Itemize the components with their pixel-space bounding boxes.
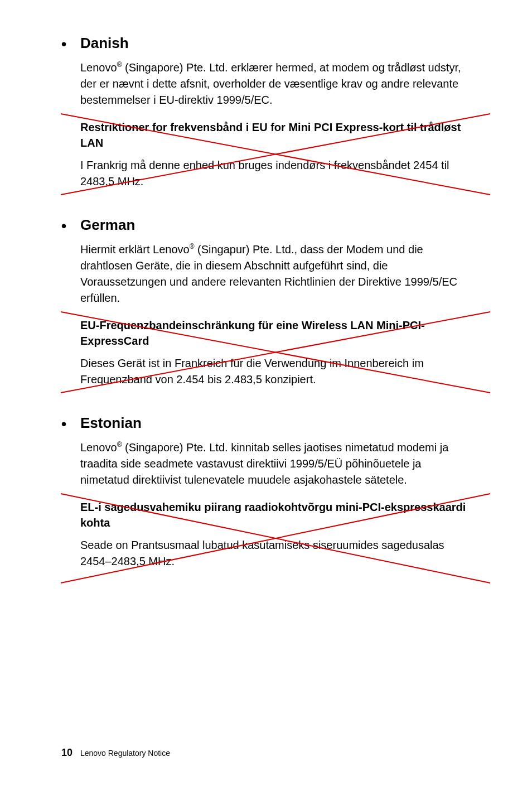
subheading-danish: Restriktioner for frekvensbånd i EU for … xyxy=(80,119,471,151)
intro-german: Hiermit erklärt Lenovo® (Singapur) Pte. … xyxy=(80,242,471,306)
bullet-icon: • xyxy=(61,219,80,233)
subheading-estonian: EL-i sagedusvahemiku piirang raadiokohtv… xyxy=(80,499,471,531)
subheading-german: EU-Frequenzbandeinschränkung für eine Wi… xyxy=(80,317,471,349)
subpara-estonian: Seade on Prantsusmaal lubatud kasutamise… xyxy=(80,537,471,570)
heading-danish: Danish xyxy=(80,35,129,52)
bullet-icon: • xyxy=(61,37,80,51)
bullet-icon: • xyxy=(61,417,80,431)
subpara-danish: I Frankrig må denne enhed kun bruges ind… xyxy=(80,157,471,190)
subpara-german: Dieses Gerät ist in Frankreich für die V… xyxy=(80,355,471,388)
intro-estonian: Lenovo® (Singapore) Pte. Ltd. kinnitab s… xyxy=(80,440,471,488)
intro-danish: Lenovo® (Singapore) Pte. Ltd. erklærer h… xyxy=(80,60,471,108)
footer-title: Lenovo Regulatory Notice xyxy=(80,749,170,758)
heading-german: German xyxy=(80,216,135,234)
page-number: 10 xyxy=(61,747,72,758)
page-footer: 10 Lenovo Regulatory Notice xyxy=(61,747,170,759)
heading-estonian: Estonian xyxy=(80,414,142,432)
